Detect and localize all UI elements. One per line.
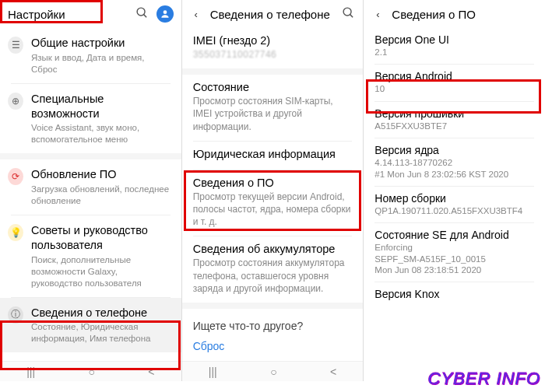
svg-point-3 — [343, 8, 351, 16]
row-desc: Просмотр состояния SIM-карты, IMEI устро… — [193, 95, 353, 133]
one-ui-version-row[interactable]: Версия One UI 2.1 — [364, 28, 545, 64]
row-desc: A515FXXU3BTE7 — [374, 121, 534, 131]
settings-item-general[interactable]: ☰ Общие настройки Язык и ввод, Дата и вр… — [0, 28, 181, 83]
item-desc: Язык и ввод, Дата и время, Сброс — [31, 52, 171, 75]
software-info-header: ‹ Сведения о ПО — [364, 0, 545, 28]
nav-home[interactable]: ○ — [270, 366, 276, 378]
item-title: Сведения о телефоне — [31, 306, 171, 320]
item-title: Общие настройки — [31, 36, 171, 51]
reset-link[interactable]: Сброс — [182, 337, 364, 362]
back-icon[interactable]: ‹ — [190, 9, 202, 20]
software-info-row[interactable]: Сведения о ПО Просмотр текущей версии An… — [182, 170, 364, 236]
nav-recent[interactable]: ||| — [209, 366, 217, 378]
android-navbar: ||| ○ < — [0, 361, 181, 381]
row-title: Версия Knox — [374, 288, 534, 300]
settings-item-tips[interactable]: 💡 Советы и руководство пользователя Поис… — [0, 215, 181, 297]
row-title: Версия ядра — [374, 144, 534, 156]
status-row[interactable]: Состояние Просмотр состояния SIM-карты, … — [182, 75, 364, 141]
item-title: Специальные возможности — [31, 92, 171, 121]
sliders-icon: ☰ — [8, 37, 23, 53]
row-title: Сведения об аккумуляторе — [193, 243, 353, 255]
svg-point-2 — [163, 10, 167, 14]
row-title: Версия One UI — [374, 33, 534, 46]
baseband-version-row[interactable]: Версия прошивки A515FXXU3BTE7 — [364, 102, 545, 138]
settings-root-panel: Настройки ☰ Общие настройки Язык и ввод,… — [0, 0, 182, 381]
android-version-row[interactable]: Версия Android 10 — [364, 65, 545, 100]
row-title: Номер сборки — [374, 192, 534, 205]
profile-avatar[interactable] — [156, 5, 174, 23]
settings-title: Настройки — [8, 8, 128, 21]
row-title: Состояние — [193, 81, 353, 93]
software-info-panel: ‹ Сведения о ПО Версия One UI 2.1 Версия… — [364, 0, 545, 381]
row-desc: Просмотр состояния аккумулятора телефона… — [193, 257, 353, 295]
row-title: Версия Android — [374, 70, 534, 82]
item-desc: Voice Assistant, звук моно, вспомогатель… — [31, 122, 171, 145]
legal-row[interactable]: Юридическая информация — [182, 142, 364, 170]
about-phone-title: Сведения о телефоне — [210, 8, 335, 21]
battery-info-row[interactable]: Сведения об аккумуляторе Просмотр состоя… — [182, 236, 364, 303]
about-phone-header: ‹ Сведения о телефоне — [182, 0, 364, 28]
item-desc: Состояние, Юридическая информация, Имя т… — [31, 321, 171, 345]
row-desc: 4.14.113-18770262 #1 Mon Jun 8 23:02:56 … — [374, 157, 534, 180]
row-desc: 10 — [374, 83, 534, 94]
row-desc: Просмотр текущей версии Android, полосы … — [193, 191, 353, 229]
watermark: CYBER INFO — [428, 369, 540, 389]
settings-item-accessibility[interactable]: ⊕ Специальные возможности Voice Assistan… — [0, 84, 181, 154]
search-icon[interactable] — [342, 6, 355, 22]
search-icon[interactable] — [135, 6, 149, 22]
settings-item-update[interactable]: ⟳ Обновление ПО Загрузка обновлений, пос… — [0, 159, 181, 215]
item-desc: Поиск, дополнительные возможности Galaxy… — [31, 254, 171, 289]
settings-header: Настройки — [0, 0, 181, 28]
row-title: Версия прошивки — [374, 107, 534, 120]
kernel-version-row[interactable]: Версия ядра 4.14.113-18770262 #1 Mon Jun… — [364, 138, 545, 186]
nav-home[interactable]: ○ — [88, 366, 94, 378]
about-phone-panel: ‹ Сведения о телефоне IMEI (гнездо 2) 35… — [182, 0, 364, 381]
build-number-row[interactable]: Номер сборки QP1A.190711.020.A515FXXU3BT… — [364, 187, 545, 222]
row-desc: 2.1 — [374, 47, 534, 58]
knox-version-row[interactable]: Версия Knox — [364, 282, 545, 307]
nav-back[interactable]: < — [148, 366, 154, 378]
software-info-title: Сведения о ПО — [392, 8, 537, 21]
row-title: Сведения о ПО — [193, 177, 353, 189]
settings-item-about-phone[interactable]: ⓘ Сведения о телефоне Состояние, Юридиче… — [0, 298, 181, 353]
item-title: Советы и руководство пользователя — [31, 223, 171, 253]
item-desc: Загрузка обновлений, последнее обновлени… — [31, 184, 171, 207]
android-navbar: ||| ○ < — [182, 361, 364, 381]
imei-label: IMEI (гнездо 2) — [193, 34, 353, 47]
svg-point-0 — [137, 8, 145, 16]
row-desc: QP1A.190711.020.A515FXXU3BTF4 — [374, 205, 534, 216]
imei-value: 355037110027746 — [193, 48, 353, 61]
imei-row[interactable]: IMEI (гнездо 2) 355037110027746 — [182, 28, 364, 68]
row-desc: Enforcing SEPF_SM-A515F_10_0015 Mon Jun … — [374, 242, 534, 275]
row-title: Юридическая информация — [193, 148, 353, 160]
update-icon: ⟳ — [8, 169, 23, 184]
tips-icon: 💡 — [8, 225, 23, 240]
accessibility-icon: ⊕ — [8, 93, 23, 109]
svg-line-1 — [143, 15, 146, 18]
se-android-row[interactable]: Состояние SE для Android Enforcing SEPF_… — [364, 223, 545, 282]
back-icon[interactable]: ‹ — [371, 9, 384, 20]
item-title: Обновление ПО — [31, 167, 171, 182]
looking-for-other: Ищете что-то другое? — [182, 309, 364, 337]
info-icon: ⓘ — [8, 307, 23, 323]
svg-line-4 — [350, 15, 353, 18]
nav-back[interactable]: < — [330, 366, 336, 378]
nav-recent[interactable]: ||| — [26, 366, 35, 378]
row-title: Состояние SE для Android — [374, 229, 534, 241]
